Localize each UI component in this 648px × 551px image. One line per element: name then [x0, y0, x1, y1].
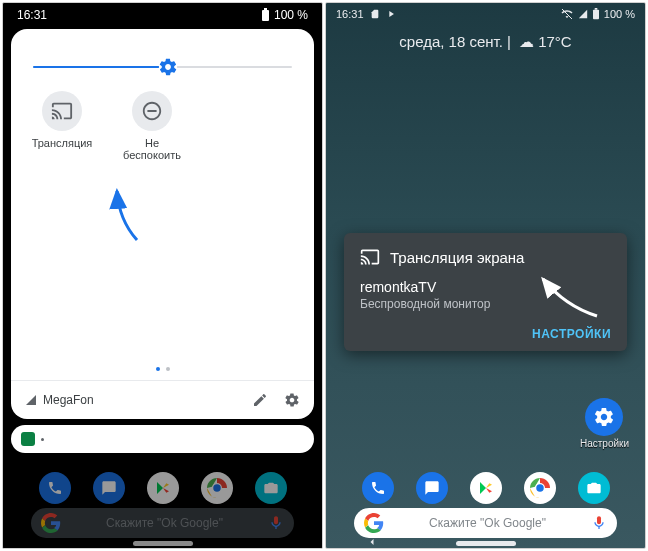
home-indicator[interactable] — [133, 541, 193, 546]
back-button[interactable] — [366, 536, 378, 548]
home-date-weather[interactable]: среда, 18 сент. | ☁17°C — [326, 33, 645, 51]
play-arrow-icon — [386, 9, 396, 19]
status-battery: 100 % — [604, 8, 635, 20]
edit-icon[interactable] — [252, 392, 268, 408]
status-battery: 100 % — [274, 8, 308, 22]
google-g-icon — [364, 513, 384, 533]
home-settings-shortcut[interactable]: Настройки — [580, 398, 629, 449]
search-hint: Скажите "Ok Google" — [384, 516, 591, 530]
date-text: среда, 18 сент. — [399, 33, 503, 50]
media-notification[interactable] — [11, 425, 314, 453]
search-pill[interactable]: Скажите "Ok Google" — [31, 508, 294, 538]
qs-tile-cast[interactable]: Трансляция — [27, 91, 97, 161]
signal-icon — [25, 394, 37, 406]
cast-settings-button[interactable]: НАСТРОЙКИ — [360, 327, 611, 341]
annotation-arrow — [99, 185, 149, 245]
phone-app-icon[interactable] — [39, 472, 71, 504]
cast-dialog-title: Трансляция экрана — [390, 249, 524, 266]
mic-icon[interactable] — [268, 515, 284, 531]
battery-icon — [592, 8, 600, 20]
svg-rect-7 — [593, 10, 599, 19]
annotation-arrow — [535, 271, 605, 321]
home-indicator[interactable] — [456, 541, 516, 546]
qs-tile-label: Не беспокоить — [117, 137, 187, 161]
camera-app-icon[interactable] — [255, 472, 287, 504]
gear-icon[interactable] — [284, 392, 300, 408]
settings-label: Настройки — [580, 438, 629, 449]
phone-app-icon[interactable] — [362, 472, 394, 504]
dock — [326, 472, 645, 504]
temp-text: 17°C — [538, 33, 572, 50]
status-time: 16:31 — [17, 8, 47, 22]
search-hint: Скажите "Ok Google" — [61, 516, 268, 530]
qs-tile-label: Трансляция — [32, 137, 93, 149]
page-indicator — [11, 367, 314, 371]
svg-point-4 — [213, 484, 221, 492]
quick-settings-panel: Трансляция Не беспокоить MegaFon — [11, 29, 314, 419]
mic-icon[interactable] — [591, 515, 607, 531]
svg-rect-8 — [595, 8, 598, 10]
qs-footer: MegaFon — [11, 381, 314, 419]
brightness-slider[interactable] — [33, 57, 292, 77]
search-pill[interactable]: Скажите "Ok Google" — [354, 508, 617, 538]
signal-icon — [578, 8, 588, 20]
play-store-icon[interactable] — [147, 472, 179, 504]
qs-tile-dnd[interactable]: Не беспокоить — [117, 91, 187, 161]
app-badge-icon — [21, 432, 35, 446]
cloud-icon: ☁ — [519, 33, 534, 50]
status-bar: 16:31 100 % — [326, 3, 645, 25]
svg-rect-1 — [264, 8, 267, 10]
google-g-icon — [41, 513, 61, 533]
svg-point-11 — [536, 484, 544, 492]
messages-app-icon[interactable] — [416, 472, 448, 504]
play-store-icon[interactable] — [470, 472, 502, 504]
messages-app-icon[interactable] — [93, 472, 125, 504]
chrome-app-icon[interactable] — [524, 472, 556, 504]
wifi-off-icon — [560, 8, 574, 20]
status-bar: 16:31 100 % — [3, 3, 322, 27]
sd-card-icon — [370, 9, 380, 19]
gear-icon — [593, 406, 615, 428]
svg-rect-0 — [262, 10, 269, 21]
carrier-name: MegaFon — [43, 393, 94, 407]
cast-icon — [51, 100, 73, 122]
battery-icon — [261, 8, 270, 22]
status-time: 16:31 — [336, 8, 364, 20]
dock — [3, 472, 322, 504]
cast-dialog: Трансляция экрана remontkaTV Беспроводно… — [344, 233, 627, 351]
camera-app-icon[interactable] — [578, 472, 610, 504]
dnd-icon — [141, 100, 163, 122]
chrome-app-icon[interactable] — [201, 472, 233, 504]
brightness-thumb-gear-icon[interactable] — [158, 57, 178, 77]
cast-icon — [360, 247, 380, 267]
